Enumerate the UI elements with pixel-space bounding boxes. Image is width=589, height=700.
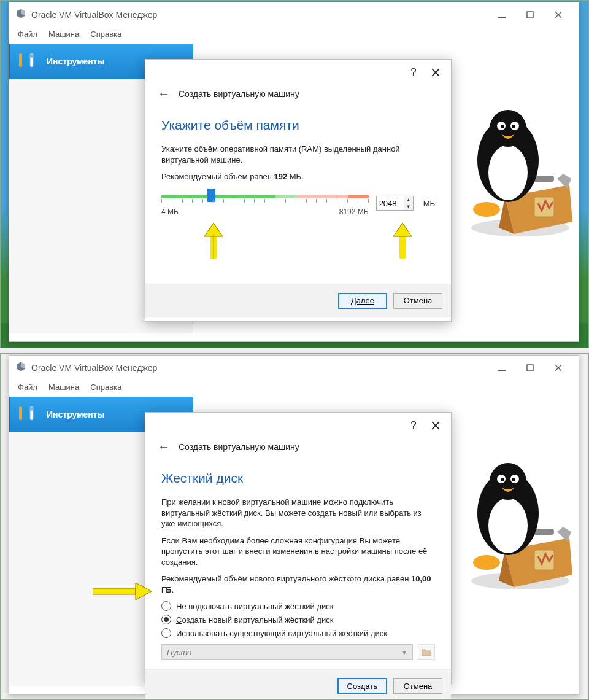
svg-point-5 (30, 54, 34, 58)
existing-disk-dropdown[interactable]: Пусто ▼ (161, 644, 413, 660)
step-heading: Укажите объём памяти (161, 118, 435, 133)
svg-point-30 (501, 478, 504, 481)
tools-label: Инструменты (47, 56, 105, 66)
svg-rect-1 (527, 12, 533, 18)
svg-point-27 (488, 498, 528, 553)
radio-label: Не подключать виртуальный жёсткий диск (176, 602, 334, 611)
create-vm-dialog-memory: ? ← Создать виртуальную машину Укажите о… (145, 59, 452, 322)
window-maximize-button[interactable] (516, 358, 544, 378)
svg-point-33 (473, 555, 500, 570)
svg-rect-24 (534, 550, 554, 570)
svg-point-13 (501, 125, 504, 128)
radio-no-disk[interactable]: Не подключать виртуальный жёсткий диск (161, 601, 435, 611)
menu-file[interactable]: Файл (18, 383, 37, 392)
window-title: Oracle VM VirtualBox Менеджер (31, 10, 488, 20)
svg-rect-19 (19, 406, 22, 420)
radio-existing-disk[interactable]: Использовать существующий виртуальный жё… (161, 628, 435, 638)
step-heading: Жесткий диск (161, 471, 435, 486)
svg-rect-0 (498, 17, 506, 18)
cancel-button[interactable]: Отмена (393, 293, 442, 309)
menu-help[interactable]: Справка (90, 29, 121, 39)
chevron-down-icon: ▼ (401, 649, 407, 656)
tools-label: Инструменты (47, 410, 105, 419)
window-close-button[interactable] (544, 5, 572, 25)
help-icon[interactable]: ? (406, 418, 422, 434)
svg-rect-20 (25, 406, 28, 420)
disk-p1: При желании к новой виртуальной машине м… (161, 497, 435, 529)
window-maximize-button[interactable] (516, 5, 544, 25)
tools-icon (17, 403, 38, 426)
window-minimize-button[interactable] (488, 5, 516, 25)
spinner-up-icon[interactable]: ▲ (404, 196, 413, 203)
svg-rect-17 (498, 370, 506, 371)
window-titlebar: Oracle VM VirtualBox Менеджер (9, 2, 579, 27)
svg-point-16 (473, 202, 500, 217)
help-icon[interactable]: ? (406, 64, 422, 80)
svg-rect-2 (19, 53, 22, 67)
svg-rect-3 (25, 53, 28, 67)
back-arrow-icon[interactable]: ← (158, 87, 170, 101)
spinner-down-icon[interactable]: ▼ (404, 203, 413, 210)
menu-machine[interactable]: Машина (48, 29, 79, 39)
browse-disk-button[interactable] (418, 644, 435, 660)
virtualbox-icon (15, 8, 26, 21)
tools-icon (17, 50, 38, 73)
window-close-button[interactable] (544, 358, 572, 378)
svg-point-11 (490, 110, 526, 147)
svg-point-28 (490, 463, 526, 500)
dialog-title: Создать виртуальную машину (179, 89, 299, 99)
svg-rect-7 (534, 197, 554, 217)
memory-slider[interactable] (161, 191, 369, 205)
memory-recommendation: Рекомендуемый объём равен 192 МБ. (161, 171, 435, 182)
create-vm-dialog-disk: ? ← Создать виртуальную машину Жесткий д… (145, 412, 452, 685)
create-button[interactable]: Создать (337, 678, 387, 694)
window-title: Oracle VM VirtualBox Менеджер (31, 363, 488, 373)
memory-value-input[interactable] (377, 199, 404, 208)
menu-file[interactable]: Файл (18, 29, 37, 39)
menu-machine[interactable]: Машина (48, 383, 79, 392)
memory-unit-label: МБ (423, 199, 435, 208)
cancel-button[interactable]: Отмена (393, 678, 442, 694)
memory-max-label: 8192 МБ (339, 208, 369, 216)
close-icon[interactable] (428, 418, 444, 434)
radio-create-disk[interactable]: Создать новый виртуальный жёсткий диск (161, 615, 435, 624)
dropdown-value: Пусто (167, 648, 191, 657)
svg-point-10 (488, 145, 528, 200)
svg-point-15 (512, 125, 515, 128)
linux-penguin-toolbox-image (462, 105, 579, 240)
svg-rect-18 (527, 365, 533, 371)
virtualbox-icon (15, 361, 26, 375)
svg-point-32 (512, 478, 515, 481)
back-arrow-icon[interactable]: ← (158, 440, 170, 454)
menubar: Файл Машина Справка (9, 27, 579, 44)
window-titlebar: Oracle VM VirtualBox Менеджер (9, 356, 579, 380)
radio-label: Использовать существующий виртуальный жё… (176, 629, 387, 638)
radio-label: Создать новый виртуальный жёсткий диск (176, 615, 333, 624)
memory-spinner[interactable]: ▲ ▼ (376, 196, 414, 211)
memory-min-label: 4 МБ (161, 208, 179, 216)
svg-point-22 (30, 407, 34, 411)
memory-description: Укажите объём оперативной памяти (RAM) в… (161, 144, 435, 165)
window-minimize-button[interactable] (488, 358, 516, 378)
menu-help[interactable]: Справка (90, 383, 121, 392)
next-button[interactable]: Далее (338, 293, 387, 309)
menubar: Файл Машина Справка (9, 380, 579, 397)
disk-recommendation: Рекомендуемый объём нового виртуального … (161, 574, 435, 595)
linux-penguin-toolbox-image (462, 458, 579, 593)
disk-p2: Если Вам необходима более сложная конфиг… (161, 535, 435, 568)
close-icon[interactable] (428, 64, 444, 80)
dialog-title: Создать виртуальную машину (179, 442, 299, 452)
